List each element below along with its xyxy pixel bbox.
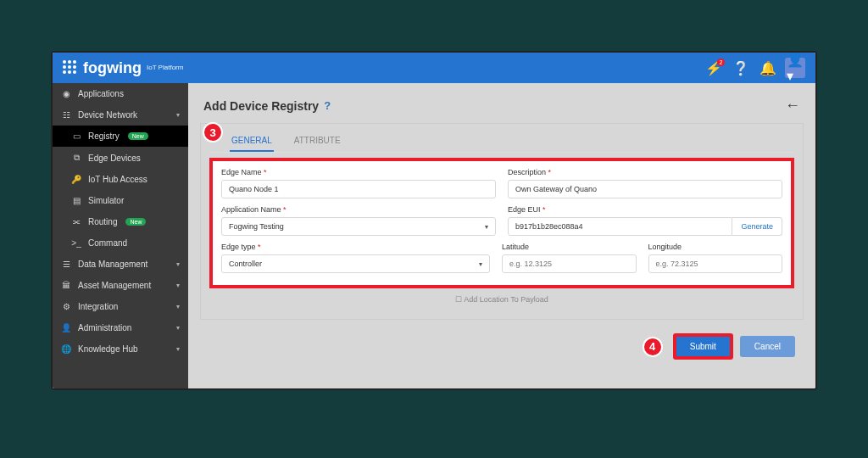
- help-icon[interactable]: ?: [324, 99, 331, 112]
- apps-icon: ◉: [61, 89, 71, 98]
- latitude-label: Latitude: [502, 243, 637, 251]
- chevron-down-icon: ▾: [176, 111, 180, 119]
- edge-name-label: Edge Name *: [221, 168, 496, 176]
- gear-icon: ⚙: [61, 302, 71, 311]
- grid-dots-icon: [63, 60, 78, 75]
- sidebar: ◉Applications ☷Device Network▾ ▭Registry…: [53, 83, 188, 388]
- user-menu[interactable]: 👤▾: [785, 58, 805, 78]
- network-icon: ☷: [61, 110, 71, 120]
- simulator-icon: ▤: [71, 196, 81, 205]
- brand-logo[interactable]: fogwing IoT Platform: [63, 59, 183, 77]
- database-icon: ☰: [61, 260, 71, 269]
- sidebar-item-integration[interactable]: ⚙Integration▾: [53, 296, 188, 317]
- help-icon[interactable]: ❔: [731, 58, 751, 78]
- terminal-icon: >_: [71, 238, 81, 248]
- longitude-label: Longitude: [648, 243, 783, 251]
- form-highlight: Edge Name * Description * Application Na…: [209, 158, 794, 288]
- back-arrow-icon[interactable]: ←: [785, 97, 800, 114]
- chevron-down-icon: ▾: [479, 260, 482, 268]
- chevron-down-icon: ▾: [176, 260, 180, 268]
- chevron-down-icon: ▾: [176, 303, 180, 310]
- devices-icon: ⧉: [71, 153, 81, 163]
- sidebar-item-device-network[interactable]: ☷Device Network▾: [53, 104, 188, 126]
- sidebar-item-edge-devices[interactable]: ⧉Edge Devices: [53, 147, 188, 169]
- form-actions: 4 Submit Cancel: [188, 328, 815, 368]
- topbar: fogwing IoT Platform ⚡2 ❔ 🔔 👤▾: [53, 53, 815, 83]
- chevron-down-icon: ▾: [176, 282, 180, 289]
- sidebar-item-registry[interactable]: ▭RegistryNew: [53, 126, 188, 147]
- tab-attribute[interactable]: ATTRIBUTE: [292, 131, 342, 152]
- page-title: Add Device Registry: [203, 99, 319, 113]
- edge-name-input[interactable]: [221, 180, 496, 198]
- asset-icon: 🏛: [61, 281, 71, 290]
- cancel-button[interactable]: Cancel: [740, 336, 795, 357]
- longitude-input[interactable]: [648, 254, 783, 273]
- brand-sub: IoT Platform: [147, 64, 183, 71]
- brand-name: fogwing: [83, 59, 142, 77]
- edge-type-select[interactable]: Controller▾: [221, 254, 490, 273]
- page-header: Add Device Registry ? ←: [188, 83, 815, 123]
- globe-icon: 🌐: [61, 344, 71, 354]
- sidebar-item-command[interactable]: >_Command: [53, 232, 188, 254]
- app-window: fogwing IoT Platform ⚡2 ❔ 🔔 👤▾ ◉Applicat…: [51, 51, 817, 390]
- submit-button[interactable]: Submit: [673, 333, 733, 360]
- app-name-label: Application Name *: [221, 205, 496, 214]
- chevron-down-icon: ▾: [176, 324, 180, 332]
- main-content: Add Device Registry ? ← 3 GENERAL ATTRIB…: [188, 83, 815, 388]
- description-label: Description *: [508, 168, 782, 176]
- tab-general[interactable]: GENERAL: [230, 131, 274, 152]
- chevron-down-icon: ▾: [176, 345, 180, 353]
- key-icon: 🔑: [71, 175, 81, 184]
- new-badge: New: [128, 132, 148, 140]
- callout-marker-4: 4: [643, 337, 663, 357]
- chevron-down-icon: ▾: [485, 223, 488, 231]
- bell-icon[interactable]: 🔔: [758, 58, 778, 78]
- sidebar-item-asset-mgmt[interactable]: 🏛Asset Management▾: [53, 275, 188, 296]
- sidebar-item-routing[interactable]: ⫘RoutingNew: [53, 211, 188, 232]
- sidebar-item-iot-hub[interactable]: 🔑IoT Hub Access: [53, 169, 188, 190]
- edge-eui-label: Edge EUI *: [508, 205, 782, 214]
- sidebar-item-applications[interactable]: ◉Applications: [53, 83, 188, 104]
- app-name-select[interactable]: Fogwing Testing▾: [221, 217, 496, 236]
- share-icon: ⫘: [71, 217, 81, 226]
- notif-badge: 2: [717, 59, 725, 66]
- generate-button[interactable]: Generate: [732, 217, 782, 236]
- sidebar-item-simulator[interactable]: ▤Simulator: [53, 190, 188, 211]
- new-badge: New: [125, 218, 146, 226]
- admin-icon: 👤: [61, 323, 71, 332]
- registry-icon: ▭: [71, 131, 81, 141]
- add-location-checkbox[interactable]: ☐ Add Location To Payload: [209, 295, 794, 304]
- sidebar-item-admin[interactable]: 👤Administration▾: [53, 317, 188, 338]
- tabs: GENERAL ATTRIBUTE: [209, 131, 794, 153]
- form-card: 3 GENERAL ATTRIBUTE Edge Name * Descript…: [200, 123, 804, 320]
- description-input[interactable]: [508, 180, 782, 198]
- sidebar-item-data-mgmt[interactable]: ☰Data Management▾: [53, 254, 188, 275]
- latitude-input[interactable]: [502, 254, 637, 273]
- edge-eui-input[interactable]: [508, 217, 732, 236]
- lightning-icon[interactable]: ⚡2: [704, 58, 724, 78]
- sidebar-item-knowledge[interactable]: 🌐Knowledge Hub▾: [53, 338, 188, 360]
- edge-type-label: Edge type *: [221, 243, 490, 251]
- callout-marker-3: 3: [203, 122, 223, 142]
